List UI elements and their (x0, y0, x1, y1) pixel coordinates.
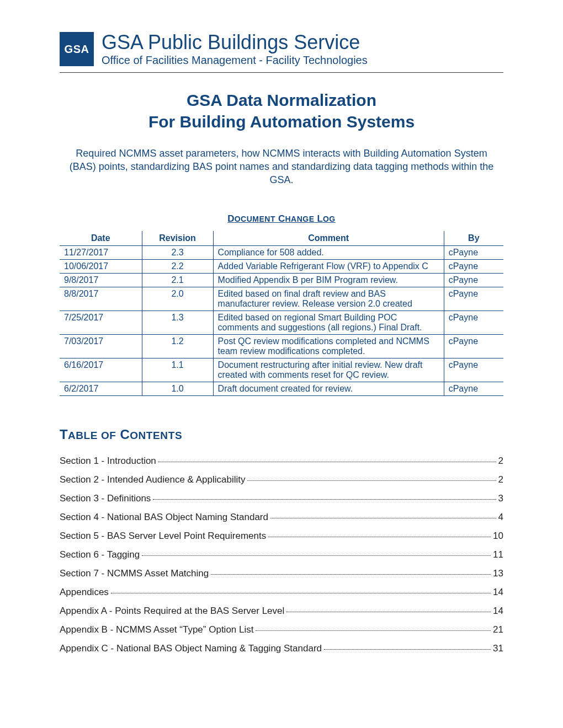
cell-date: 6/16/2017 (60, 358, 142, 382)
toc-leader (286, 612, 491, 612)
cell-date: 8/8/2017 (60, 287, 142, 311)
toc-leader (247, 480, 496, 481)
cell-date: 10/06/2017 (60, 259, 142, 273)
document-title: GSA Data Normalization For Building Auto… (60, 89, 503, 132)
changelog-heading: DOCUMENT CHANGE LOG (60, 213, 503, 224)
table-row: 10/06/2017 2.2 Added Variable Refrigeran… (60, 259, 503, 273)
cell-by: cPayne (444, 311, 503, 334)
document-summary: Required NCMMS asset parameters, how NCM… (60, 147, 503, 187)
col-by: By (444, 231, 503, 246)
toc-page: 3 (498, 493, 503, 504)
toc-label: Appendices (60, 587, 109, 598)
toc-label: Section 6 - Tagging (60, 549, 140, 560)
cell-rev: 1.1 (142, 358, 213, 382)
toc-entry: Appendix C - National BAS Object Naming … (60, 643, 503, 654)
cell-comment: Compliance for 508 added. (213, 245, 444, 259)
changelog-table: Date Revision Comment By 11/27/2017 2.3 … (60, 231, 503, 396)
table-of-contents: Section 1 - Introduction 2 Section 2 - I… (60, 456, 503, 654)
col-date: Date (60, 231, 142, 246)
gsa-logo-icon: GSA (60, 32, 94, 66)
cell-comment: Edited based on regional Smart Building … (213, 311, 444, 334)
document-header: GSA GSA Public Buildings Service Office … (60, 32, 503, 67)
cell-by: cPayne (444, 287, 503, 311)
cell-rev: 2.0 (142, 287, 213, 311)
toc-leader (158, 462, 496, 462)
toc-leader (142, 555, 491, 556)
cell-rev: 2.1 (142, 273, 213, 287)
toc-entry: Section 2 - Intended Audience & Applicab… (60, 474, 503, 485)
cell-comment: Edited based on final draft review and B… (213, 287, 444, 311)
toc-label: Section 4 - National BAS Object Naming S… (60, 512, 268, 523)
table-row: 11/27/2017 2.3 Compliance for 508 added.… (60, 245, 503, 259)
cell-rev: 1.0 (142, 382, 213, 395)
toc-label: Section 1 - Introduction (60, 456, 156, 467)
document-page: GSA GSA Public Buildings Service Office … (0, 0, 563, 728)
toc-leader (324, 649, 491, 650)
toc-label: Appendix C - National BAS Object Naming … (60, 643, 322, 654)
toc-label: Appendix A - Points Required at the BAS … (60, 606, 284, 617)
cell-rev: 1.3 (142, 311, 213, 334)
toc-page: 10 (493, 531, 503, 542)
cell-by: cPayne (444, 334, 503, 358)
changelog-header-row: Date Revision Comment By (60, 231, 503, 246)
header-title: GSA Public Buildings Service (102, 32, 368, 53)
toc-leader (111, 593, 491, 593)
toc-page: 31 (493, 643, 503, 654)
toc-entry: Appendices 14 (60, 587, 503, 598)
toc-entry: Section 5 - BAS Server Level Point Requi… (60, 531, 503, 542)
toc-page: 14 (493, 587, 503, 598)
cell-date: 6/2/2017 (60, 382, 142, 395)
cell-date: 9/8/2017 (60, 273, 142, 287)
cell-by: cPayne (444, 382, 503, 395)
toc-entry: Section 3 - Definitions 3 (60, 493, 503, 504)
header-divider (60, 72, 503, 73)
table-row: 7/03/2017 1.2 Post QC review modificatio… (60, 334, 503, 358)
col-revision: Revision (142, 231, 213, 246)
toc-leader (268, 537, 491, 537)
cell-by: cPayne (444, 358, 503, 382)
toc-leader (256, 630, 491, 631)
cell-comment: Post QC review modifications completed a… (213, 334, 444, 358)
cell-by: cPayne (444, 259, 503, 273)
toc-label: Section 5 - BAS Server Level Point Requi… (60, 531, 266, 542)
cell-comment: Draft document created for review. (213, 382, 444, 395)
cell-comment: Added Variable Refrigerant Flow (VRF) to… (213, 259, 444, 273)
toc-entry: Appendix B - NCMMS Asset “Type” Option L… (60, 624, 503, 635)
toc-page: 11 (493, 549, 503, 560)
toc-page: 2 (498, 456, 503, 467)
title-line-2: For Building Automation Systems (148, 113, 415, 131)
toc-entry: Section 6 - Tagging 11 (60, 549, 503, 560)
cell-comment: Modified Appendix B per BIM Program revi… (213, 273, 444, 287)
toc-leader (153, 499, 496, 500)
cell-rev: 2.3 (142, 245, 213, 259)
toc-entry: Section 1 - Introduction 2 (60, 456, 503, 467)
toc-label: Appendix B - NCMMS Asset “Type” Option L… (60, 624, 253, 635)
toc-leader (211, 574, 491, 575)
toc-entry: Appendix A - Points Required at the BAS … (60, 606, 503, 617)
toc-page: 4 (498, 512, 503, 523)
cell-rev: 2.2 (142, 259, 213, 273)
table-row: 8/8/2017 2.0 Edited based on final draft… (60, 287, 503, 311)
toc-label: Section 3 - Definitions (60, 493, 151, 504)
cell-date: 7/03/2017 (60, 334, 142, 358)
toc-label: Section 2 - Intended Audience & Applicab… (60, 474, 245, 485)
col-comment: Comment (213, 231, 444, 246)
header-subtitle: Office of Facilities Management - Facili… (102, 54, 368, 67)
cell-date: 11/27/2017 (60, 245, 142, 259)
toc-page: 13 (493, 568, 503, 579)
table-row: 9/8/2017 2.1 Modified Appendix B per BIM… (60, 273, 503, 287)
table-row: 6/2/2017 1.0 Draft document created for … (60, 382, 503, 395)
toc-entry: Section 7 - NCMMS Asset Matching 13 (60, 568, 503, 579)
toc-heading: TABLE OF CONTENTS (60, 427, 503, 442)
cell-by: cPayne (444, 245, 503, 259)
header-text-block: GSA Public Buildings Service Office of F… (102, 32, 368, 67)
title-line-1: GSA Data Normalization (187, 91, 376, 109)
toc-page: 14 (493, 606, 503, 617)
toc-entry: Section 4 - National BAS Object Naming S… (60, 512, 503, 523)
cell-rev: 1.2 (142, 334, 213, 358)
cell-comment: Document restructuring after initial rev… (213, 358, 444, 382)
toc-label: Section 7 - NCMMS Asset Matching (60, 568, 209, 579)
cell-date: 7/25/2017 (60, 311, 142, 334)
table-row: 7/25/2017 1.3 Edited based on regional S… (60, 311, 503, 334)
cell-by: cPayne (444, 273, 503, 287)
